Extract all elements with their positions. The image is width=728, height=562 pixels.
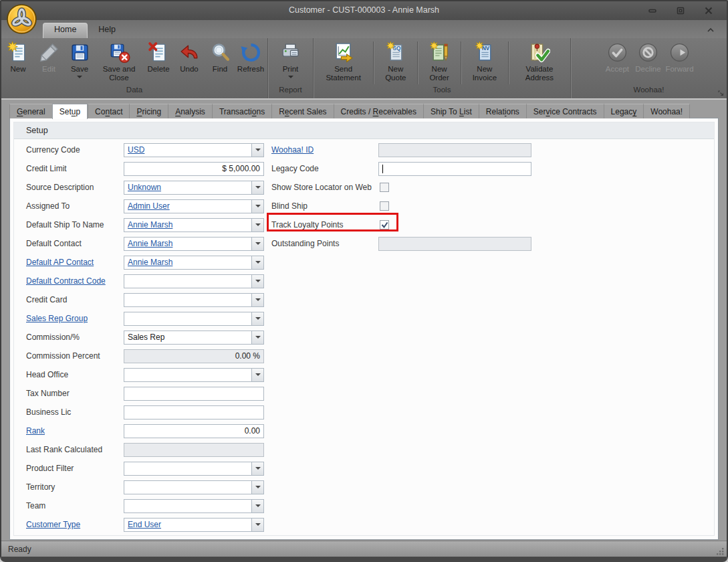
default-contact-value[interactable]: Annie Marsh <box>124 239 251 248</box>
print-button[interactable]: Print <box>275 40 306 80</box>
credit-limit-input[interactable]: $ 5,000.00 <box>124 162 264 176</box>
chevron-down-icon <box>255 242 261 245</box>
tab-pricing[interactable]: Pricing <box>129 104 168 118</box>
currency-code-dropdown-button[interactable] <box>251 144 263 157</box>
tab-service-contracts[interactable]: Service Contracts <box>526 104 604 118</box>
assigned-to-value[interactable]: Admin User <box>124 201 251 211</box>
credit-limit-value: $ 5,000.00 <box>124 164 263 173</box>
default-ap-contact-value[interactable]: Annie Marsh <box>124 258 251 267</box>
close-icon <box>703 6 714 15</box>
tab-analysis[interactable]: Analysis <box>168 104 212 118</box>
default-ap-contact-label[interactable]: Default AP Contact <box>26 258 124 267</box>
tab-setup[interactable]: Setup <box>52 104 88 119</box>
dropdown-arrow-icon[interactable] <box>288 76 293 78</box>
resize-grip[interactable] <box>715 547 725 556</box>
rank-label[interactable]: Rank <box>26 426 124 436</box>
tab-general[interactable]: General <box>9 104 52 118</box>
new-button[interactable]: New <box>3 40 33 75</box>
ribbon-tab-home[interactable]: Home <box>43 23 88 38</box>
chevron-down-icon <box>255 317 261 320</box>
field-row-default-contract-code: Default Contract Code <box>26 272 264 290</box>
commission-dropdown-button[interactable] <box>251 331 263 344</box>
refresh-button[interactable]: Refresh <box>235 40 266 75</box>
find-button[interactable]: Find <box>205 40 235 75</box>
currency-code-value[interactable]: USD <box>124 145 251 155</box>
tab-recent-sales[interactable]: Recent Sales <box>271 104 333 118</box>
ribbon-group-tools: Send StatementNew QuoteNew OrderNew Invo… <box>314 38 571 98</box>
new-quote-button[interactable]: New Quote <box>375 40 416 84</box>
field-row-track-loyalty-points: Track Loyalty Points <box>271 215 531 234</box>
rank-input[interactable]: 0.00 <box>124 424 264 438</box>
territory-dropdown-button[interactable] <box>251 481 263 494</box>
send-statement-button[interactable]: Send Statement <box>315 40 372 84</box>
product-filter-dropdown-button[interactable] <box>251 462 263 475</box>
new-order-button[interactable]: New Order <box>419 40 459 84</box>
default-contract-code-label[interactable]: Default Contract Code <box>26 276 124 286</box>
save-and-close-button[interactable]: Save and Close <box>95 40 143 84</box>
source-description-value[interactable]: Unknown <box>124 183 251 192</box>
restore-button[interactable] <box>672 5 689 15</box>
chevron-down-icon <box>255 523 261 526</box>
credit-card-dropdown-button[interactable] <box>251 294 263 306</box>
setup-groupbox: Setup Currency CodeUSDCredit Limit$ 5,00… <box>13 122 715 536</box>
save-and-close-icon <box>108 41 130 64</box>
close-button[interactable] <box>700 5 717 15</box>
tab-credits-receivables[interactable]: Credits / Receivables <box>334 104 423 118</box>
default-ship-to-name-value[interactable]: Annie Marsh <box>124 220 251 229</box>
ribbon-tab-help[interactable]: Help <box>88 23 126 38</box>
tab-legacy[interactable]: Legacy <box>604 104 644 118</box>
validate-address-button[interactable]: Validate Address <box>510 40 569 84</box>
assigned-to-dropdown-button[interactable] <box>251 200 263 213</box>
minimize-button[interactable] <box>644 5 661 15</box>
tab-relations[interactable]: Relations <box>479 104 526 118</box>
ribbon-group-woohaa: AcceptDeclineForwardWoohaa! <box>571 38 727 98</box>
customer-type-value[interactable]: End User <box>124 520 251 529</box>
default-ship-to-name-dropdown-button[interactable] <box>251 219 263 231</box>
default-contract-code-dropdown-button[interactable] <box>251 275 263 288</box>
button-label: Send Statement <box>317 65 370 82</box>
team-label: Team <box>26 501 124 510</box>
tab-contact[interactable]: Contact <box>88 104 129 118</box>
tab-ship-to-list[interactable]: Ship To List <box>423 104 479 118</box>
default-contact-dropdown-button[interactable] <box>251 238 263 250</box>
ribbon-group-report: PrintReport <box>268 38 314 98</box>
woohaa-id-label[interactable]: Woohaa! ID <box>271 145 378 155</box>
blind-ship-checkbox[interactable] <box>380 201 389 211</box>
chevron-down-icon <box>255 298 261 301</box>
delete-button[interactable]: Delete <box>143 40 174 75</box>
default-ap-contact-dropdown-button[interactable] <box>251 256 263 269</box>
business-lic-input[interactable] <box>124 405 264 419</box>
button-separator <box>373 41 374 84</box>
customer-type-label[interactable]: Customer Type <box>26 520 124 529</box>
sales-rep-group-label[interactable]: Sales Rep Group <box>26 314 124 323</box>
app-logo-icon[interactable] <box>6 3 37 35</box>
customer-type-dropdown-button[interactable] <box>251 519 263 531</box>
dialog-launcher-icon[interactable] <box>718 90 724 96</box>
show-store-locator-on-web-checkbox[interactable] <box>380 183 389 192</box>
default-ap-contact-combo: Annie Marsh <box>124 256 264 270</box>
track-loyalty-points-checkbox[interactable] <box>380 220 389 229</box>
head-office-dropdown-button[interactable] <box>251 369 263 381</box>
dropdown-arrow-icon[interactable] <box>77 76 82 78</box>
tab-transactions[interactable]: Transactions <box>212 104 271 118</box>
undo-button[interactable]: Undo <box>174 40 205 75</box>
collapse-ribbon-button[interactable] <box>704 24 717 35</box>
tax-number-input[interactable] <box>124 387 264 401</box>
team-dropdown-button[interactable] <box>251 500 263 512</box>
button-label: New Quote <box>377 65 414 82</box>
field-row-currency-code: Currency CodeUSD <box>26 140 264 159</box>
source-description-dropdown-button[interactable] <box>251 181 263 194</box>
button-label: Undo <box>180 65 199 74</box>
sales-rep-group-dropdown-button[interactable] <box>251 312 263 325</box>
legacy-code-input[interactable] <box>378 162 531 176</box>
save-button[interactable]: Save <box>64 40 95 80</box>
new-invoice-button[interactable]: New Invoice <box>463 40 507 84</box>
chevron-down-icon <box>255 261 261 264</box>
commission-value[interactable]: Sales Rep <box>124 333 251 342</box>
field-row-default-ship-to-name: Default Ship To NameAnnie Marsh <box>26 215 264 234</box>
field-row-team: Team <box>26 496 264 515</box>
button-label: New <box>10 65 25 74</box>
tab-woohaa[interactable]: Woohaa! <box>643 104 690 118</box>
client-area: GeneralSetupContactPricingAnalysisTransa… <box>1 100 727 541</box>
button-label: Print <box>283 65 299 74</box>
